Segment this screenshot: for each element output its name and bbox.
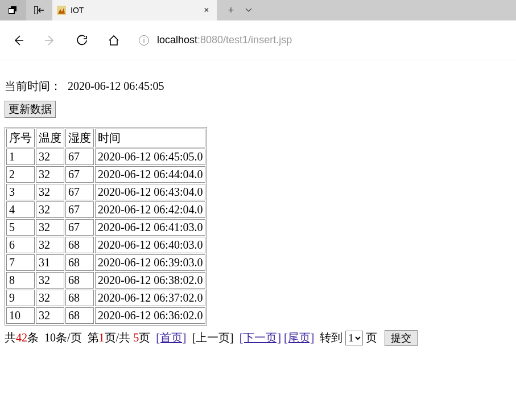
table-cell: 32 [36, 272, 64, 289]
table-cell: 5 [6, 219, 35, 236]
table-row: 432672020-06-12 06:42:04.0 [6, 201, 205, 218]
table-cell: 8 [6, 272, 35, 289]
table-cell: 2020-06-12 06:38:02.0 [95, 272, 205, 289]
arrow-right-icon [44, 34, 56, 47]
pager-goto-label: 转到 [320, 331, 342, 344]
site-info-icon[interactable]: i [139, 35, 149, 46]
tab-strip-rest: + [217, 0, 516, 20]
nav-forward-button[interactable] [43, 34, 57, 47]
table-row: 731682020-06-12 06:39:03.0 [6, 254, 205, 271]
table-cell: 2 [6, 166, 35, 183]
table-row: 632682020-06-12 06:40:03.0 [6, 237, 205, 253]
arrow-left-icon [12, 34, 24, 47]
current-time-value: 2020-06-12 06:45:05 [68, 80, 164, 92]
chevron-down-icon [245, 6, 256, 14]
table-cell: 67 [65, 166, 94, 183]
pager-goto-suffix: 页 [366, 331, 377, 344]
tab-title: IOT [71, 6, 201, 15]
nav-home-button[interactable] [107, 34, 121, 47]
current-time-line: 当前时间： 2020-06-12 06:45:05 [5, 79, 511, 94]
titlebar-button-2[interactable] [26, 0, 52, 20]
table-header-cell: 时间 [95, 129, 205, 147]
address-bar[interactable]: i localhost:8080/test1/insert.jsp [139, 34, 505, 46]
plus-icon: + [228, 5, 234, 16]
table-cell: 67 [65, 201, 94, 218]
pager-text: 条 [27, 331, 39, 344]
table-row: 1032682020-06-12 06:36:02.0 [6, 307, 205, 324]
tab-close-button[interactable]: × [201, 5, 212, 15]
table-header-cell: 序号 [6, 129, 35, 147]
pager-next-link[interactable]: [下一页] [240, 331, 281, 344]
table-row: 332672020-06-12 06:43:04.0 [6, 184, 205, 200]
favicon-icon [57, 6, 66, 15]
pager-current-page: 1 [99, 331, 105, 344]
table-header-cell: 湿度 [65, 129, 94, 147]
pager-submit-button[interactable]: 提交 [385, 330, 418, 346]
table-cell: 6 [6, 237, 35, 253]
table-cell: 32 [36, 166, 64, 183]
titlebar-button-1[interactable] [0, 0, 26, 20]
table-cell: 9 [6, 290, 35, 306]
table-row: 232672020-06-12 06:44:04.0 [6, 166, 205, 183]
table-cell: 2020-06-12 06:39:03.0 [95, 254, 205, 271]
nav-refresh-button[interactable] [75, 34, 89, 47]
pager-text: 共 [5, 331, 16, 344]
pager-per-page: 10条/页 [44, 331, 82, 344]
table-cell: 2020-06-12 06:37:02.0 [95, 290, 205, 306]
table-cell: 67 [65, 149, 94, 165]
table-cell: 2020-06-12 06:43:04.0 [95, 184, 205, 200]
update-data-button[interactable]: 更新数据 [5, 101, 56, 118]
pager-first-link[interactable]: [首页] [156, 331, 186, 344]
table-row: 832682020-06-12 06:38:02.0 [6, 272, 205, 289]
table-row: 532672020-06-12 06:41:03.0 [6, 219, 205, 236]
table-cell: 10 [6, 307, 35, 324]
table-cell: 32 [36, 201, 64, 218]
pager-text: 第 [88, 331, 99, 344]
url-host: localhost [157, 34, 197, 46]
table-cell: 68 [65, 272, 94, 289]
url-rest: :8080/test1/insert.jsp [197, 34, 292, 46]
table-cell: 2020-06-12 06:42:04.0 [95, 201, 205, 218]
pager-last-link[interactable]: [尾页] [284, 331, 314, 344]
table-cell: 32 [36, 237, 64, 253]
browser-navbar: i localhost:8080/test1/insert.jsp [0, 20, 516, 60]
table-cell: 32 [36, 219, 64, 236]
pager-goto-select[interactable]: 1 [345, 331, 363, 345]
table-cell: 68 [65, 307, 94, 324]
table-cell: 2020-06-12 06:41:03.0 [95, 219, 205, 236]
table-cell: 2020-06-12 06:45:05.0 [95, 149, 205, 165]
new-tab-button[interactable]: + [225, 5, 237, 17]
table-row: 132672020-06-12 06:45:05.0 [6, 149, 205, 165]
refresh-icon [76, 34, 88, 47]
table-cell: 1 [6, 149, 35, 165]
table-cell: 67 [65, 184, 94, 200]
table-cell: 32 [36, 149, 64, 165]
nav-back-button[interactable] [11, 34, 25, 47]
table-cell: 31 [36, 254, 64, 271]
current-time-label: 当前时间： [5, 80, 61, 92]
table-cell: 68 [65, 237, 94, 253]
close-icon: × [204, 5, 209, 15]
table-cell: 67 [65, 219, 94, 236]
table-cell: 3 [6, 184, 35, 200]
data-table: 序号温度湿度时间 132672020-06-12 06:45:05.023267… [5, 127, 207, 326]
svg-rect-1 [9, 9, 14, 14]
pager-total-pages: 5 [133, 331, 139, 344]
table-cell: 32 [36, 290, 64, 306]
pager: 共42条 10条/页 第1页/共 5页 [首页] [上一页] [下一页] [尾页… [5, 330, 511, 346]
pager-text: 页/共 [105, 331, 134, 344]
table-cell: 68 [65, 254, 94, 271]
window-titlebar: IOT × + [0, 0, 516, 20]
table-cell: 2020-06-12 06:40:03.0 [95, 237, 205, 253]
home-icon [108, 34, 120, 47]
table-cell: 2020-06-12 06:44:04.0 [95, 166, 205, 183]
pager-total-count: 42 [16, 331, 27, 344]
set-aside-icon [34, 6, 44, 14]
browser-tab-active[interactable]: IOT × [52, 0, 217, 20]
pager-prev-disabled: [上一页] [192, 331, 233, 344]
table-cell: 7 [6, 254, 35, 271]
tab-menu-button[interactable] [245, 6, 256, 14]
svg-rect-2 [34, 6, 38, 14]
table-cell: 32 [36, 307, 64, 324]
url-display: localhost:8080/test1/insert.jsp [157, 34, 292, 46]
